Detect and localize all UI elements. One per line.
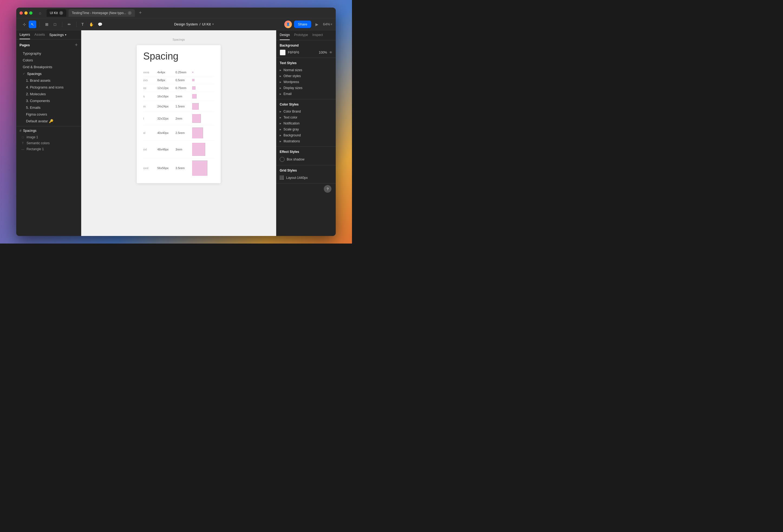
pen-tool-btn[interactable]: ✏ xyxy=(65,21,73,28)
grid-styles-title: Grid Styles xyxy=(280,169,333,172)
page-item-pictograms[interactable]: 4. Pictograms and icons xyxy=(16,84,81,91)
page-item-emails[interactable]: 5. Emails xyxy=(16,104,81,111)
toolbar-right: 👤 Share ▶ 64% ▾ xyxy=(284,21,333,28)
add-tab-button[interactable]: + xyxy=(137,10,144,16)
spacing-box-xxl xyxy=(192,143,205,156)
background-hex-value[interactable]: F6F6F6 xyxy=(288,51,316,55)
color-styles-section: Color Styles ▶ Color Brand ▶ Text color … xyxy=(276,99,336,147)
spacing-size-xl: 40x40px xyxy=(157,131,172,134)
hand-tool-btn[interactable]: ✋ xyxy=(88,21,95,28)
tab-spacings-nav[interactable]: Spacings ▾ xyxy=(49,32,66,39)
color-style-text[interactable]: ▶ Text color xyxy=(280,114,333,121)
spacings-chevron-icon: ✓ xyxy=(23,72,25,75)
spacing-box-xxxl xyxy=(192,161,208,176)
spacing-name-xxs: xxs xyxy=(143,78,154,82)
tab-layers[interactable]: Layers xyxy=(20,32,30,39)
background-color-swatch[interactable] xyxy=(280,49,286,56)
rect-layer-icon: — xyxy=(21,147,25,151)
tab-testingtime[interactable]: TestingTime - Homepage (New typo... × xyxy=(68,9,135,17)
shape-tool-btn[interactable]: □ xyxy=(51,21,59,28)
spacing-name-l: l xyxy=(143,117,154,120)
page-item-brand-assets[interactable]: 1. Brand assets xyxy=(16,77,81,84)
tab-close-2-icon[interactable]: × xyxy=(128,11,132,15)
tab-design[interactable]: Design xyxy=(280,30,290,40)
color-styles-title: Color Styles xyxy=(280,103,333,106)
tab-close-icon[interactable]: × xyxy=(59,11,63,15)
spacing-rem-xxxs: 0.25rem xyxy=(176,71,189,74)
chevron-right-icon-2: ▶ xyxy=(280,75,281,77)
spacing-rows: xxxs 4x4px 0.25rem xxs 8x8px 0.5rem xs 1… xyxy=(143,68,214,178)
chevron-right-icon-3: ▶ xyxy=(280,81,281,84)
grid-style-layout[interactable]: Layout-1440px xyxy=(280,174,333,181)
effect-style-box-shadow[interactable]: Box shadow xyxy=(280,156,333,163)
close-window-btn[interactable] xyxy=(20,11,23,14)
layer-item-image1[interactable]: □ image 1 xyxy=(16,134,81,140)
tab-ui-kit[interactable]: UI Kit × xyxy=(46,9,66,17)
chevron-right-icon-8: ▶ xyxy=(280,122,281,125)
select-tool-btn[interactable]: ↖ xyxy=(29,21,36,28)
text-style-wordpress[interactable]: ▶ Wordpress xyxy=(280,79,333,85)
sidebar-left: Layers Assets Spacings ▾ Pages + Typogra… xyxy=(16,30,81,236)
background-opacity-value[interactable]: 100% xyxy=(319,51,327,55)
page-item-molecules[interactable]: 2. Molecules xyxy=(16,91,81,97)
toolbar-move-group: ⊹ ↖ xyxy=(20,21,37,28)
chevron-right-icon-6: ▶ xyxy=(280,110,281,113)
zoom-control[interactable]: 64% ▾ xyxy=(323,22,333,26)
background-visibility-icon[interactable]: 👁 xyxy=(329,51,333,55)
text-style-display-sizes[interactable]: ▶ Display sizes xyxy=(280,85,333,91)
spacing-card: Spacing xxxs 4x4px 0.25rem xxs 8x8px 0.5… xyxy=(137,45,221,183)
share-button[interactable]: Share xyxy=(294,21,311,28)
pages-title: Pages xyxy=(20,43,30,47)
tab-inspect[interactable]: Inspect xyxy=(312,30,323,40)
text-style-other-styles[interactable]: ▶ Other styles xyxy=(280,73,333,79)
spacing-rem-xxxl: 3.5rem xyxy=(176,166,189,170)
page-item-components[interactable]: 3. Components xyxy=(16,97,81,104)
spacing-row-xs: xs 12x12px 0.75rem xyxy=(143,84,214,92)
tab-assets[interactable]: Assets xyxy=(34,32,45,39)
move-tool-btn[interactable]: ⊹ xyxy=(21,21,28,28)
page-item-grid[interactable]: Grid & Breakpoints xyxy=(16,64,81,70)
page-item-colors[interactable]: Colors xyxy=(16,57,81,64)
color-style-brand[interactable]: ▶ Color Brand xyxy=(280,108,333,114)
text-style-email[interactable]: ▶ Email xyxy=(280,91,333,97)
spacing-row-xxl: xxl 48x48px 3rem xyxy=(143,141,214,158)
toolbar: ⊹ ↖ ⊞ □ ✏ T ✋ 💬 Design System / UI Kit ▾… xyxy=(16,19,336,30)
breadcrumb-dropdown-icon[interactable]: ▾ xyxy=(212,23,214,26)
toolbar-divider-2 xyxy=(62,22,62,27)
comment-tool-btn[interactable]: 💬 xyxy=(96,21,104,28)
home-icon[interactable]: ⌂ xyxy=(37,10,43,16)
help-button[interactable]: ? xyxy=(324,185,332,193)
minimize-window-btn[interactable] xyxy=(24,11,28,14)
layer-item-semantic-colors[interactable]: T Semantic colors xyxy=(16,140,81,146)
frame-tool-btn[interactable]: ⊞ xyxy=(43,21,51,28)
spacing-rem-l: 2rem xyxy=(176,117,189,120)
maximize-window-btn[interactable] xyxy=(29,11,32,14)
layer-item-rectangle1[interactable]: — Rectangle 1 xyxy=(16,146,81,152)
layers-section-spacings[interactable]: # Spacings xyxy=(16,128,81,134)
color-style-scale-gray[interactable]: ▶ Scale gray xyxy=(280,126,333,132)
spacing-name-xs: xs xyxy=(143,86,154,90)
page-item-typography[interactable]: Typography xyxy=(16,50,81,57)
add-page-button[interactable]: + xyxy=(75,42,78,48)
color-style-background[interactable]: ▶ Background xyxy=(280,132,333,138)
spacing-box-xl xyxy=(192,128,203,138)
text-tool-btn[interactable]: T xyxy=(79,21,86,28)
page-item-default-avatar[interactable]: Default avatar 🔑 xyxy=(16,118,81,125)
titlebar: ⌂ UI Kit × TestingTime - Homepage (New t… xyxy=(16,8,336,19)
spacing-card-title: Spacing xyxy=(143,51,214,62)
tab-prototype[interactable]: Prototype xyxy=(294,30,308,40)
spacing-box-s xyxy=(192,94,196,99)
page-item-spacings[interactable]: ✓ Spacings xyxy=(16,70,81,77)
pages-header: Pages + xyxy=(16,39,81,49)
page-item-figma-covers[interactable]: Figma covers xyxy=(16,111,81,118)
text-style-normal-sizes[interactable]: ▶ Normal sizes xyxy=(280,67,333,73)
hash-icon: # xyxy=(20,129,21,133)
main-window: ⌂ UI Kit × TestingTime - Homepage (New t… xyxy=(16,8,336,236)
color-style-notification[interactable]: ▶ Notification xyxy=(280,121,333,126)
text-styles-section: Text Styles ▶ Normal sizes ▶ Other style… xyxy=(276,58,336,99)
play-button[interactable]: ▶ xyxy=(313,21,321,28)
color-style-illustrations[interactable]: ▶ Illustrations xyxy=(280,138,333,144)
spacing-rem-xs: 0.75rem xyxy=(176,86,189,90)
spacing-size-m: 24x24px xyxy=(157,105,172,108)
main-layout: Layers Assets Spacings ▾ Pages + Typogra… xyxy=(16,30,336,236)
